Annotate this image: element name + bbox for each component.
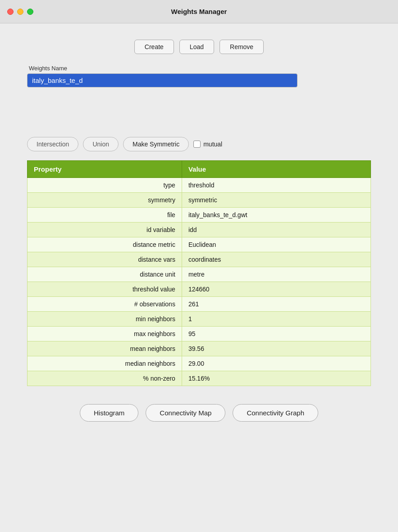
- maximize-button[interactable]: [27, 9, 33, 15]
- col-header-property: Property: [27, 161, 182, 178]
- property-cell: symmetry: [27, 193, 182, 208]
- load-button[interactable]: Load: [179, 40, 214, 54]
- property-cell: threshold value: [27, 282, 182, 297]
- operations-row: Intersection Union Make Symmetric mutual: [27, 137, 371, 151]
- table-row: distance unitmetre: [27, 267, 371, 282]
- table-row: id variableidd: [27, 223, 371, 237]
- table-row: typethreshold: [27, 178, 371, 193]
- toolbar: Create Load Remove: [27, 40, 371, 54]
- table-row: mean neighbors39.56: [27, 341, 371, 356]
- value-cell: symmetric: [182, 193, 371, 208]
- weights-label: Weights Name: [27, 65, 371, 72]
- close-button[interactable]: [7, 9, 14, 15]
- create-button[interactable]: Create: [134, 40, 174, 54]
- value-cell: 29.00: [182, 356, 371, 371]
- table-row: distance varscoordinates: [27, 252, 371, 267]
- value-cell: 39.56: [182, 341, 371, 356]
- property-cell: min neighbors: [27, 312, 182, 327]
- remove-button[interactable]: Remove: [220, 40, 264, 54]
- main-content: Create Load Remove Weights Name Intersec…: [0, 23, 398, 532]
- weights-name-input[interactable]: [27, 73, 297, 87]
- property-cell: file: [27, 208, 182, 223]
- table-row: symmetrysymmetric: [27, 193, 371, 208]
- weights-section: Weights Name: [27, 65, 371, 87]
- table-row: threshold value124660: [27, 282, 371, 297]
- properties-table: Property Value typethresholdsymmetrysymm…: [27, 160, 371, 386]
- table-row: max neighbors95: [27, 327, 371, 341]
- property-cell: median neighbors: [27, 356, 182, 371]
- property-cell: type: [27, 178, 182, 193]
- connectivity-map-button[interactable]: Connectivity Map: [146, 404, 225, 422]
- window-title: Weights Manager: [171, 8, 227, 15]
- property-cell: distance metric: [27, 237, 182, 252]
- value-cell: 261: [182, 297, 371, 312]
- property-cell: mean neighbors: [27, 341, 182, 356]
- mutual-checkbox[interactable]: [193, 141, 201, 148]
- value-cell: metre: [182, 267, 371, 282]
- table-row: fileitaly_banks_te_d.gwt: [27, 208, 371, 223]
- connectivity-graph-button[interactable]: Connectivity Graph: [233, 404, 318, 422]
- property-cell: # observations: [27, 297, 182, 312]
- table-row: # observations261: [27, 297, 371, 312]
- union-button[interactable]: Union: [83, 137, 119, 151]
- value-cell: 95: [182, 327, 371, 341]
- property-cell: distance vars: [27, 252, 182, 267]
- value-cell: coordinates: [182, 252, 371, 267]
- value-cell: 124660: [182, 282, 371, 297]
- title-bar: Weights Manager: [0, 0, 398, 23]
- table-row: % non-zero15.16%: [27, 371, 371, 386]
- value-cell: italy_banks_te_d.gwt: [182, 208, 371, 223]
- make-symmetric-button[interactable]: Make Symmetric: [123, 137, 189, 151]
- value-cell: idd: [182, 223, 371, 237]
- value-cell: Euclidean: [182, 237, 371, 252]
- table-header-row: Property Value: [27, 161, 371, 178]
- table-row: distance metricEuclidean: [27, 237, 371, 252]
- col-header-value: Value: [182, 161, 371, 178]
- minimize-button[interactable]: [17, 9, 23, 15]
- mutual-container: mutual: [193, 141, 222, 148]
- property-cell: id variable: [27, 223, 182, 237]
- intersection-button[interactable]: Intersection: [27, 137, 78, 151]
- mutual-label: mutual: [203, 141, 222, 148]
- value-cell: 1: [182, 312, 371, 327]
- value-cell: 15.16%: [182, 371, 371, 386]
- property-cell: % non-zero: [27, 371, 182, 386]
- property-cell: distance unit: [27, 267, 182, 282]
- histogram-button[interactable]: Histogram: [80, 404, 138, 422]
- bottom-buttons: Histogram Connectivity Map Connectivity …: [27, 404, 371, 422]
- value-cell: threshold: [182, 178, 371, 193]
- table-row: min neighbors1: [27, 312, 371, 327]
- traffic-lights: [7, 9, 33, 15]
- property-cell: max neighbors: [27, 327, 182, 341]
- table-row: median neighbors29.00: [27, 356, 371, 371]
